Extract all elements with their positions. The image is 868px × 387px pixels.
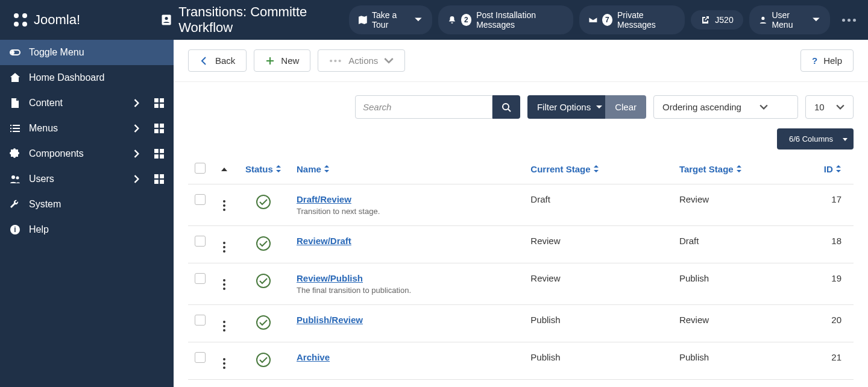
table-row: Draft/ReviewTransition to next stage. Dr… bbox=[188, 184, 854, 226]
transition-name-link[interactable]: Review/Draft bbox=[297, 236, 351, 246]
more-menu-button[interactable] bbox=[842, 19, 856, 22]
chevron-right-icon bbox=[133, 99, 141, 107]
row-actions-button[interactable] bbox=[223, 321, 225, 332]
target-stage-cell: Review bbox=[673, 184, 811, 226]
filter-bar: Filter Options Clear Ordering ascending … bbox=[174, 82, 868, 128]
limit-select[interactable]: 10 bbox=[805, 95, 854, 119]
post-install-button[interactable]: 2 Post Installation Messages bbox=[438, 5, 573, 34]
chevron-right-icon bbox=[133, 124, 141, 133]
user-icon bbox=[759, 15, 767, 25]
row-actions-button[interactable] bbox=[223, 358, 225, 369]
target-stage-column-header[interactable]: Target Stage bbox=[673, 154, 811, 184]
site-link-button[interactable]: J520 bbox=[691, 10, 743, 30]
published-icon[interactable] bbox=[256, 273, 271, 289]
row-checkbox[interactable] bbox=[195, 315, 206, 326]
dashboard-icon[interactable] bbox=[154, 149, 164, 159]
post-install-badge: 2 bbox=[461, 14, 471, 26]
sidebar-item-label: Home Dashboard bbox=[29, 72, 164, 83]
published-icon[interactable] bbox=[256, 352, 271, 368]
sort-icon bbox=[736, 165, 742, 172]
tour-label: Take a Tour bbox=[372, 10, 409, 30]
sidebar-item-components[interactable]: Components bbox=[0, 141, 174, 166]
info-icon: i bbox=[10, 224, 20, 235]
dashboard-icon[interactable] bbox=[154, 124, 164, 133]
chevron-down-icon bbox=[836, 103, 844, 112]
columns-toggle-button[interactable]: 6/6 Columns bbox=[777, 128, 854, 149]
filter-options-label: Filter Options bbox=[537, 102, 591, 112]
sidebar-item-help[interactable]: i Help bbox=[0, 217, 174, 242]
current-stage-cell: Publish bbox=[524, 342, 673, 380]
chevron-down-icon bbox=[760, 103, 768, 112]
plus-icon bbox=[265, 56, 275, 66]
ordering-column-header[interactable] bbox=[212, 154, 236, 184]
transition-name-link[interactable]: Draft/Review bbox=[297, 194, 351, 204]
status-header-label: Status bbox=[245, 164, 273, 174]
svg-point-15 bbox=[16, 177, 19, 180]
sidebar-item-users[interactable]: Users bbox=[0, 166, 174, 192]
users-icon bbox=[10, 174, 20, 184]
search-button[interactable] bbox=[492, 95, 520, 119]
topbar: Joomla! Transitions: Committe Workflow T… bbox=[0, 0, 868, 40]
toggle-icon bbox=[10, 47, 20, 58]
sidebar-item-toggle-menu[interactable]: Toggle Menu bbox=[0, 40, 174, 65]
id-cell: 20 bbox=[811, 305, 854, 342]
target-stage-cell: Review bbox=[673, 305, 811, 342]
chevron-down-icon bbox=[596, 104, 603, 111]
row-checkbox[interactable] bbox=[195, 352, 206, 363]
sort-select[interactable]: Ordering ascending bbox=[653, 95, 798, 119]
pagination-info: 1 - 5 / 5 items bbox=[174, 380, 868, 387]
row-actions-button[interactable] bbox=[223, 200, 225, 211]
dashboard-icon[interactable] bbox=[154, 174, 164, 184]
transition-name-link[interactable]: Publish/Review bbox=[297, 315, 363, 325]
clear-button[interactable]: Clear bbox=[605, 95, 646, 119]
published-icon[interactable] bbox=[256, 315, 271, 330]
row-actions-button[interactable] bbox=[223, 242, 225, 253]
row-checkbox[interactable] bbox=[195, 236, 206, 247]
svg-point-11 bbox=[761, 17, 764, 20]
app-name: Joomla! bbox=[34, 12, 80, 28]
clear-label: Clear bbox=[615, 102, 637, 112]
new-button[interactable]: New bbox=[254, 49, 310, 72]
sidebar-item-home-dashboard[interactable]: Home Dashboard bbox=[0, 65, 174, 90]
question-icon: ? bbox=[812, 55, 817, 66]
logo[interactable]: Joomla! bbox=[12, 11, 160, 28]
help-button[interactable]: ? Help bbox=[800, 49, 854, 72]
user-menu-button[interactable]: User Menu bbox=[749, 5, 830, 34]
published-icon[interactable] bbox=[256, 236, 271, 251]
transition-desc: The final transition to publication. bbox=[297, 286, 518, 295]
sidebar-item-label: Toggle Menu bbox=[29, 47, 164, 58]
site-label: J520 bbox=[715, 15, 733, 25]
sidebar-item-menus[interactable]: Menus bbox=[0, 116, 174, 141]
topbar-pills: Take a Tour 2 Post Installation Messages… bbox=[349, 5, 856, 34]
dashboard-icon[interactable] bbox=[154, 98, 164, 108]
actions-button[interactable]: ••• Actions bbox=[318, 49, 405, 72]
id-cell: 21 bbox=[811, 342, 854, 380]
caret-down-icon bbox=[843, 137, 848, 142]
sidebar-item-system[interactable]: System bbox=[0, 192, 174, 217]
private-messages-button[interactable]: 7 Private Messages bbox=[579, 5, 685, 34]
back-button[interactable]: Back bbox=[188, 49, 247, 72]
sidebar-item-content[interactable]: Content bbox=[0, 90, 174, 116]
svg-point-5 bbox=[14, 13, 19, 18]
row-actions-button[interactable] bbox=[223, 279, 225, 290]
select-all-checkbox[interactable] bbox=[195, 163, 206, 174]
transition-name-link[interactable]: Archive bbox=[297, 352, 330, 362]
id-column-header[interactable]: ID bbox=[811, 154, 854, 184]
name-column-header[interactable]: Name bbox=[291, 154, 524, 184]
sort-label: Ordering ascending bbox=[662, 102, 741, 112]
svg-point-13 bbox=[11, 51, 14, 54]
sidebar-item-label: Content bbox=[29, 98, 124, 109]
take-tour-button[interactable]: Take a Tour bbox=[349, 5, 432, 34]
search-icon bbox=[502, 102, 511, 112]
published-icon[interactable] bbox=[256, 194, 271, 210]
current-stage-column-header[interactable]: Current Stage bbox=[524, 154, 673, 184]
home-icon bbox=[10, 72, 20, 83]
chevron-left-icon bbox=[200, 56, 209, 66]
status-column-header[interactable]: Status bbox=[236, 154, 291, 184]
filter-options-button[interactable]: Filter Options bbox=[527, 95, 612, 119]
transition-name-link[interactable]: Review/Publish bbox=[297, 273, 363, 283]
row-checkbox[interactable] bbox=[195, 273, 206, 284]
row-checkbox[interactable] bbox=[195, 194, 206, 205]
table-row: Publish/Review Publish Review 20 bbox=[188, 305, 854, 342]
search-input[interactable] bbox=[355, 95, 492, 119]
